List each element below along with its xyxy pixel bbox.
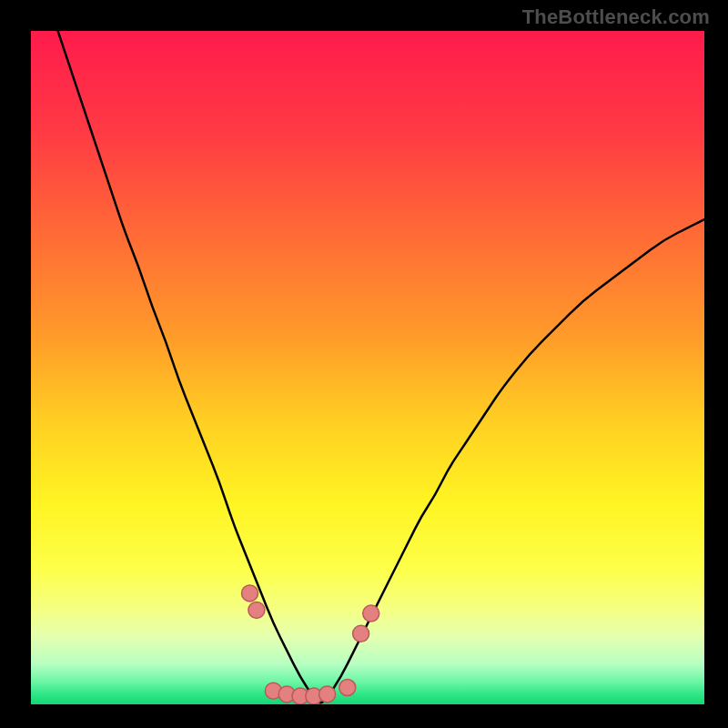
watermark-text: TheBottleneck.com — [522, 5, 710, 29]
bottleneck-curve — [58, 31, 704, 703]
chart-svg — [31, 31, 704, 704]
marker-point — [319, 686, 336, 703]
marker-point — [339, 680, 356, 696]
outer-frame: TheBottleneck.com — [0, 0, 728, 728]
marker-point — [248, 602, 265, 618]
marker-point — [242, 585, 258, 602]
marker-point — [363, 605, 379, 622]
marker-point — [353, 625, 369, 642]
plot-area — [31, 31, 704, 704]
marker-group — [242, 585, 379, 704]
